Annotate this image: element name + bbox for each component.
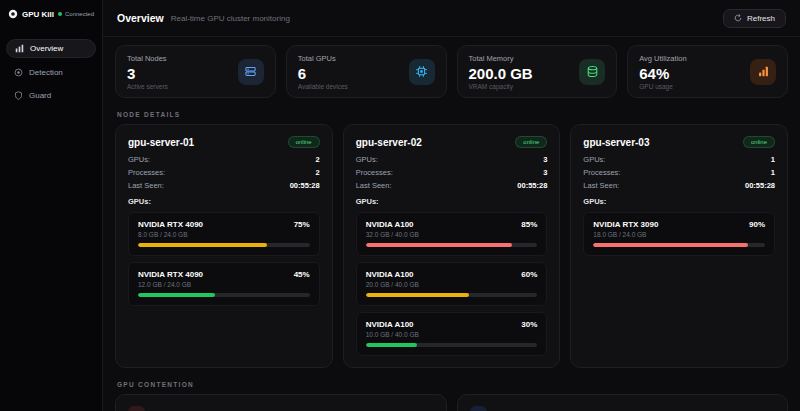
stat-caption: GPU usage	[639, 83, 686, 90]
stat-card-total-gpus: Total GPUs 6 Available devices	[286, 45, 447, 98]
topbar: Overview Real-time GPU cluster monitorin…	[103, 0, 800, 37]
node-details-section-label: NODE DETAILS	[117, 111, 786, 118]
stat-text: Total Nodes 3 Active servers	[127, 54, 168, 90]
processes-label: Processes:	[128, 168, 165, 177]
gpu-list-label: GPUs:	[356, 197, 548, 206]
sidebar-item-label: Overview	[30, 44, 63, 53]
node-name: gpu-server-02	[356, 137, 422, 148]
processes-label: Processes:	[356, 168, 393, 177]
top-users-card: Top Users 1 charlie 85%	[457, 394, 789, 411]
main-content: Overview Real-time GPU cluster monitorin…	[103, 0, 800, 411]
app-name: GPU Kill	[22, 10, 54, 19]
utilization-bar	[366, 343, 418, 347]
gpu-utilization: 30%	[521, 320, 537, 329]
gpu-utilization: 75%	[294, 220, 310, 229]
gpu-list-label: GPUs:	[128, 197, 320, 206]
sidebar-item-label: Detection	[29, 68, 63, 77]
stat-label: Total GPUs	[298, 54, 348, 63]
gpu-dashboard: GPU Kill Connected Overview Detection	[0, 0, 800, 411]
users-icon	[470, 406, 487, 411]
radar-icon	[14, 68, 23, 77]
bar-chart-icon	[15, 44, 24, 53]
sidebar-item-guard[interactable]: Guard	[6, 87, 96, 104]
gpu-memory: 12.0 GB / 24.0 GB	[138, 281, 310, 288]
last-seen-label: Last Seen:	[583, 181, 619, 190]
utilization-bar-track	[593, 243, 765, 247]
node-card-gpu-server-01: gpu-server-01 online GPUs:2 Processes:2 …	[115, 124, 333, 368]
gpu-model: NVIDIA A100	[366, 270, 414, 279]
gpu-model: NVIDIA RTX 3090	[593, 220, 658, 229]
stat-label: Total Memory	[469, 54, 533, 63]
gpu-utilization: 85%	[521, 220, 537, 229]
bar-chart-icon	[750, 59, 776, 85]
shield-icon	[14, 91, 23, 100]
page-subtitle: Real-time GPU cluster monitoring	[171, 14, 290, 23]
refresh-label: Refresh	[747, 14, 775, 23]
stats-row: Total Nodes 3 Active servers Total GPUs …	[103, 37, 800, 98]
utilization-bar-track	[138, 293, 310, 297]
node-card-gpu-server-02: gpu-server-02 online GPUs:3 Processes:3 …	[343, 124, 561, 368]
gpus-count-label: GPUs:	[356, 155, 378, 164]
gpu-entry: NVIDIA A100 30% 10.0 GB / 40.0 GB	[356, 312, 548, 356]
processes-label: Processes:	[583, 168, 620, 177]
gpu-entry: NVIDIA RTX 4090 45% 12.0 GB / 24.0 GB	[128, 262, 320, 306]
status-badge: online	[288, 136, 320, 148]
stat-card-total-nodes: Total Nodes 3 Active servers	[115, 45, 276, 98]
connection-status: Connected	[58, 11, 94, 17]
server-icon	[238, 59, 264, 85]
utilization-bar	[366, 293, 469, 297]
node-card-gpu-server-03: gpu-server-03 online GPUs:1 Processes:1 …	[570, 124, 788, 368]
status-dot-icon	[58, 12, 62, 16]
gpu-model: NVIDIA RTX 4090	[138, 220, 203, 229]
gpu-entry: NVIDIA A100 85% 32.0 GB / 40.0 GB	[356, 212, 548, 256]
node-cards-row: gpu-server-01 online GPUs:2 Processes:2 …	[103, 124, 800, 368]
node-name: gpu-server-03	[583, 137, 649, 148]
gpu-entry: NVIDIA A100 60% 20.0 GB / 40.0 GB	[356, 262, 548, 306]
gpu-utilization: 60%	[521, 270, 537, 279]
stat-value: 3	[127, 65, 168, 82]
stat-text: Avg Utilization 64% GPU usage	[639, 54, 686, 90]
last-seen-value: 00:55:28	[517, 181, 547, 190]
warning-triangle-icon	[128, 406, 145, 411]
stat-card-avg-utilization: Avg Utilization 64% GPU usage	[627, 45, 788, 98]
gpu-memory: 32.0 GB / 40.0 GB	[366, 231, 538, 238]
utilization-bar	[138, 293, 215, 297]
processes-value: 3	[543, 168, 547, 177]
last-seen-label: Last Seen:	[356, 181, 392, 190]
gpu-memory: 20.0 GB / 40.0 GB	[366, 281, 538, 288]
gpu-memory: 18.0 GB / 24.0 GB	[593, 231, 765, 238]
status-badge: online	[515, 136, 547, 148]
processes-value: 2	[316, 168, 320, 177]
refresh-button[interactable]: Refresh	[723, 9, 786, 28]
utilization-bar-track	[366, 243, 538, 247]
gpu-entry: NVIDIA RTX 4090 75% 8.0 GB / 24.0 GB	[128, 212, 320, 256]
page-title: Overview	[117, 12, 164, 24]
gpu-contention-section-label: GPU CONTENTION	[117, 381, 786, 388]
stat-value: 200.0 GB	[469, 65, 533, 82]
stat-value: 64%	[639, 65, 686, 82]
sidebar-item-detection[interactable]: Detection	[6, 64, 96, 81]
gpu-utilization: 90%	[749, 220, 765, 229]
connection-label: Connected	[65, 11, 94, 17]
processes-value: 1	[771, 168, 775, 177]
utilization-bar	[366, 243, 512, 247]
sidebar-item-overview[interactable]: Overview	[6, 39, 96, 58]
utilization-bar-track	[366, 293, 538, 297]
gpu-model: NVIDIA A100	[366, 320, 414, 329]
stat-label: Total Nodes	[127, 54, 168, 63]
last-seen-label: Last Seen:	[128, 181, 164, 190]
stat-caption: Active servers	[127, 83, 168, 90]
gpu-memory: 10.0 GB / 40.0 GB	[366, 331, 538, 338]
gpu-entry: NVIDIA RTX 3090 90% 18.0 GB / 24.0 GB	[583, 212, 775, 256]
gpu-list-label: GPUs:	[583, 197, 775, 206]
last-seen-value: 00:55:28	[745, 181, 775, 190]
sidebar: GPU Kill Connected Overview Detection	[0, 0, 103, 411]
blocked-gpus-card: Blocked GPUs NVIDIA RTX 3090 (node-003) …	[115, 394, 447, 411]
utilization-bar-track	[366, 343, 538, 347]
stat-caption: VRAM capacity	[469, 83, 533, 90]
gpus-count-label: GPUs:	[128, 155, 150, 164]
stat-value: 6	[298, 65, 348, 82]
utilization-bar	[593, 243, 748, 247]
gpus-count-label: GPUs:	[583, 155, 605, 164]
gpu-utilization: 45%	[294, 270, 310, 279]
